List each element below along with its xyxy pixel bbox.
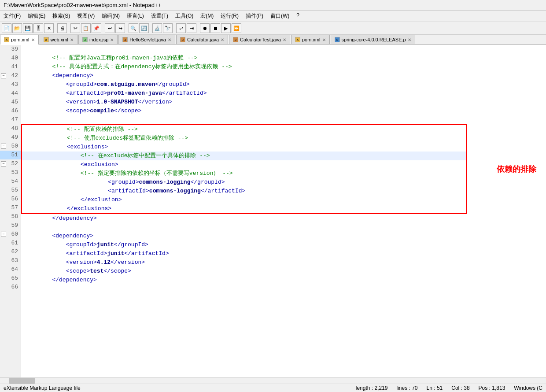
line-num-45: 45 [0,98,21,107]
tb-wrap[interactable]: ⇌ [176,23,186,33]
menu-view[interactable]: 视图(V) [75,11,96,21]
tab-calculatortest[interactable]: J CalculatorTest.java ✕ [229,35,290,44]
red-region: 依赖的排除 <!-- 配置依赖的排除 --> <!-- 使用excludes标签… [21,124,467,214]
tab-close-pom[interactable]: ✕ [31,37,35,42]
fold-50[interactable]: − [1,144,6,149]
tb-macro-rec[interactable]: ⏺ [200,23,210,33]
tb-replace[interactable]: 🔄 [139,23,149,33]
status-right: length : 2,219 lines : 70 Ln : 51 Col : … [356,385,542,391]
tb-save[interactable]: 💾 [23,23,33,33]
code-line-44: <artifactId>pro01-maven-java</artifactId… [21,89,546,98]
tab-label-calctest: CalculatorTest.java [240,37,281,42]
status-lines: lines : 70 [397,385,418,391]
code-line-39 [21,45,546,54]
code-line-48: <!-- 配置依赖的排除 --> [22,125,466,134]
tb-indent[interactable]: ⇥ [187,23,196,33]
code-line-59 [21,223,546,232]
line-num-53: 53 [0,168,21,177]
horizontal-scrollbar[interactable] [0,377,546,384]
tab-close-pom2[interactable]: ✕ [322,37,326,42]
tb-macro-stop[interactable]: ⏹ [210,23,220,33]
line-num-60: − 60 [0,230,21,239]
code-line-41: <!-- 具体的配置方式：在dependency标签内使用坐标实现依赖 --> [21,63,546,71]
tab-spring-core[interactable]: S spring-core-4.0.0.RELEASE.p ✕ [331,35,415,44]
tb-find[interactable]: 🔍 [129,23,138,33]
tb-cut[interactable]: ✂ [70,23,80,33]
tb-sep4 [126,23,128,33]
comment-40: <!-- 配置对Java工程pro01-maven-java的依赖 --> [25,54,198,63]
code-line-66 [21,285,546,293]
tab-pom-xml-1[interactable]: X pom.xml ✕ [0,35,39,45]
line-num-64: 64 [0,265,21,274]
line-num-51: 51 [0,151,21,159]
tab-pom-xml-2[interactable]: X pom.xml ✕ [291,35,330,44]
menu-edit[interactable]: 编辑(E) [26,11,47,21]
tb-sep7 [197,23,199,33]
tb-close[interactable]: ✕ [44,23,54,33]
menu-search[interactable]: 搜索(S) [51,11,72,21]
code-line-49: <!-- 使用excludes标签配置依赖的排除 --> [22,134,466,143]
fold-52[interactable]: − [1,161,6,166]
tb-undo[interactable]: ↩ [105,23,114,33]
tab-label-web: web.xml [51,37,68,42]
line-num-44: 44 [0,89,21,98]
menu-run[interactable]: 运行(R) [219,11,240,21]
menu-plugins[interactable]: 插件(P) [244,11,265,21]
tb-zoom-out[interactable]: 🔭 [163,23,173,33]
tb-open[interactable]: 📂 [12,23,22,33]
line-num-61: 61 [0,239,21,248]
menu-window[interactable]: 窗口(W) [269,11,291,21]
tb-macro-run[interactable]: ⏩ [232,23,241,33]
menu-encoding[interactable]: 编码(N) [100,11,122,21]
menu-help[interactable]: ? [295,11,301,21]
tab-close-calctest[interactable]: ✕ [283,37,286,42]
line-num-50: − 50 [0,142,21,151]
code-line-56: </exclusion> [22,196,466,204]
comment-41: <!-- 具体的配置方式：在dependency标签内使用坐标实现依赖 --> [25,63,232,71]
tb-new[interactable]: 📄 [2,23,11,33]
title-text: F:\MavenWorkSpace\pro02-maven-web\pom.xm… [4,2,161,8]
tb-redo[interactable]: ↪ [115,23,125,33]
tab-close-hello[interactable]: ✕ [168,37,171,42]
fold-42[interactable]: − [1,73,6,78]
comment-48: <!-- 配置依赖的排除 --> [26,125,138,134]
code-57: </exclusions> [26,204,111,213]
code-62: <artifactId>junit</artifactId> [25,249,169,258]
menu-settings[interactable]: 设置(T) [149,11,170,21]
tb-print[interactable]: 🖨 [57,23,67,33]
tab-close-jsp[interactable]: ✕ [110,37,114,42]
menu-file[interactable]: 文件(F) [2,11,22,21]
tab-close-web[interactable]: ✕ [70,37,74,42]
tab-helloservlet[interactable]: J HelloServlet.java ✕ [118,35,175,44]
code-44: <artifactId>pro01-maven-java</artifactId… [25,89,207,98]
tab-close-calc[interactable]: ✕ [221,37,224,42]
code-line-53: <!-- 指定要排除的依赖的坐标（不需要写version） --> [22,169,466,178]
line-num-48: 48 [0,124,21,133]
code-line-46: <scope>compile</scope> [21,107,546,115]
tab-label-calc: Calculator.java [187,37,219,42]
fold-60[interactable]: − [1,232,6,237]
code-line-54: <groupId>commons-logging</groupId> [22,178,466,187]
tab-web-xml[interactable]: X web.xml ✕ [40,35,77,44]
tab-icon-web: X [44,37,49,42]
tab-icon-jsp: J [82,37,88,42]
tb-paste[interactable]: 📌 [92,23,101,33]
tab-index-jsp[interactable]: J index.jsp ✕ [78,35,118,44]
line-num-56: 56 [0,195,21,203]
menu-tools[interactable]: 工具(O) [173,11,195,21]
status-col: Col : 38 [451,385,469,391]
tab-label-pom: pom.xml [11,37,30,42]
menu-macro[interactable]: 宏(M) [199,11,215,21]
code-52: <exclusion> [26,160,118,169]
tb-copy[interactable]: 📋 [81,23,91,33]
line-num-65: 65 [0,274,21,283]
tb-saveall[interactable]: 🗄 [33,23,43,33]
code-area[interactable]: <!-- 配置对Java工程pro01-maven-java的依赖 --> <!… [21,45,546,377]
tab-calculator[interactable]: J Calculator.java ✕ [176,35,228,44]
tab-close-spring[interactable]: ✕ [408,37,411,42]
tb-zoom-in[interactable]: 🔬 [152,23,162,33]
tb-macro-play[interactable]: ▶ [221,23,231,33]
code-61: <groupId>junit</groupId> [25,240,148,249]
line-num-49: 49 [0,133,21,142]
menu-language[interactable]: 语言(L) [125,11,146,21]
